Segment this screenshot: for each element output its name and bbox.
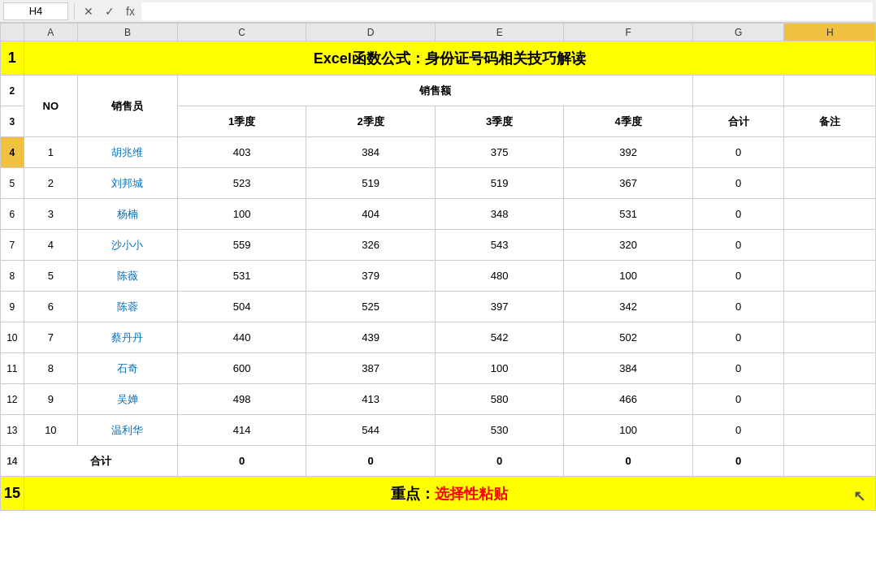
q4-7[interactable]: 502 <box>564 322 693 353</box>
q1-6[interactable]: 504 <box>177 292 306 322</box>
no-10[interactable]: 10 <box>24 415 77 446</box>
col-header-h[interactable]: H <box>784 24 876 41</box>
q3-4[interactable]: 543 <box>435 230 564 261</box>
q4-1[interactable]: 392 <box>564 137 693 168</box>
q2-2[interactable]: 519 <box>306 168 436 199</box>
fx-icon[interactable]: fx <box>123 3 138 19</box>
q3-2[interactable]: 519 <box>435 168 564 199</box>
total-4[interactable]: 0 <box>692 230 784 261</box>
name-8[interactable]: 石奇 <box>78 353 178 384</box>
q1-8[interactable]: 600 <box>177 353 306 384</box>
name-1[interactable]: 胡兆维 <box>78 137 178 168</box>
q4-2[interactable]: 367 <box>564 168 693 199</box>
total-8[interactable]: 0 <box>692 353 784 384</box>
row-num-14[interactable]: 14 <box>1 446 24 477</box>
row-num-4[interactable]: 4 <box>1 137 24 168</box>
notes-2[interactable] <box>784 168 876 199</box>
q4-9[interactable]: 466 <box>564 384 693 415</box>
cell-reference[interactable]: H4 <box>3 2 68 20</box>
name-5[interactable]: 陈薇 <box>78 261 178 292</box>
total-6[interactable]: 0 <box>692 292 784 322</box>
formula-input[interactable] <box>141 2 873 20</box>
notes-4[interactable] <box>784 230 876 261</box>
row-num-15[interactable]: 15 <box>1 477 24 511</box>
q3-3[interactable]: 348 <box>435 199 564 230</box>
q1-2[interactable]: 523 <box>177 168 306 199</box>
total-10[interactable]: 0 <box>692 415 784 446</box>
notes-10[interactable] <box>784 415 876 446</box>
notes-9[interactable] <box>784 384 876 415</box>
notes-5[interactable] <box>784 261 876 292</box>
total-2[interactable]: 0 <box>692 168 784 199</box>
notes-3[interactable] <box>784 199 876 230</box>
q1-5[interactable]: 531 <box>177 261 306 292</box>
no-5[interactable]: 5 <box>24 261 77 292</box>
q1-9[interactable]: 498 <box>177 384 306 415</box>
no-6[interactable]: 6 <box>24 292 77 322</box>
q2-5[interactable]: 379 <box>306 261 436 292</box>
row-num-9[interactable]: 9 <box>1 292 24 322</box>
notes-1[interactable] <box>784 137 876 168</box>
q4-3[interactable]: 531 <box>564 199 693 230</box>
q4-4[interactable]: 320 <box>564 230 693 261</box>
col-header-c[interactable]: C <box>177 24 306 41</box>
row-num-7[interactable]: 7 <box>1 230 24 261</box>
q3-5[interactable]: 480 <box>435 261 564 292</box>
notes-7[interactable] <box>784 322 876 353</box>
q1-7[interactable]: 440 <box>177 322 306 353</box>
col-header-f[interactable]: F <box>564 24 693 41</box>
row-num-6[interactable]: 6 <box>1 199 24 230</box>
q2-6[interactable]: 525 <box>306 292 436 322</box>
no-7[interactable]: 7 <box>24 322 77 353</box>
q1-3[interactable]: 100 <box>177 199 306 230</box>
row-num-2[interactable]: 2 <box>1 76 24 106</box>
q3-1[interactable]: 375 <box>435 137 564 168</box>
q1-1[interactable]: 403 <box>177 137 306 168</box>
row-num-8[interactable]: 8 <box>1 261 24 292</box>
row-num-10[interactable]: 10 <box>1 322 24 353</box>
q1-10[interactable]: 414 <box>177 415 306 446</box>
no-2[interactable]: 2 <box>24 168 77 199</box>
no-1[interactable]: 1 <box>24 137 77 168</box>
row-num-11[interactable]: 11 <box>1 353 24 384</box>
name-10[interactable]: 温利华 <box>78 415 178 446</box>
q3-9[interactable]: 580 <box>435 384 564 415</box>
notes-8[interactable] <box>784 353 876 384</box>
col-header-b[interactable]: B <box>78 24 178 41</box>
total-5[interactable]: 0 <box>692 261 784 292</box>
row-num-13[interactable]: 13 <box>1 415 24 446</box>
confirm-icon[interactable]: ✓ <box>102 3 118 19</box>
no-4[interactable]: 4 <box>24 230 77 261</box>
total-9[interactable]: 0 <box>692 384 784 415</box>
name-3[interactable]: 杨楠 <box>78 199 178 230</box>
total-7[interactable]: 0 <box>692 322 784 353</box>
name-9[interactable]: 吴婵 <box>78 384 178 415</box>
col-header-e[interactable]: E <box>435 24 564 41</box>
row-num-1[interactable]: 1 <box>1 41 24 76</box>
name-6[interactable]: 陈蓉 <box>78 292 178 322</box>
row-num-5[interactable]: 5 <box>1 168 24 199</box>
q4-5[interactable]: 100 <box>564 261 693 292</box>
name-4[interactable]: 沙小小 <box>78 230 178 261</box>
row-num-3[interactable]: 3 <box>1 106 24 137</box>
row-num-12[interactable]: 12 <box>1 384 24 415</box>
q2-4[interactable]: 326 <box>306 230 436 261</box>
q4-8[interactable]: 384 <box>564 353 693 384</box>
total-3[interactable]: 0 <box>692 199 784 230</box>
q2-3[interactable]: 404 <box>306 199 436 230</box>
no-8[interactable]: 8 <box>24 353 77 384</box>
notes-6[interactable] <box>784 292 876 322</box>
q3-8[interactable]: 100 <box>435 353 564 384</box>
q4-10[interactable]: 100 <box>564 415 693 446</box>
name-7[interactable]: 蔡丹丹 <box>78 322 178 353</box>
col-header-d[interactable]: D <box>306 24 436 41</box>
no-9[interactable]: 9 <box>24 384 77 415</box>
q2-1[interactable]: 384 <box>306 137 436 168</box>
q4-6[interactable]: 342 <box>564 292 693 322</box>
total-1[interactable]: 0 <box>692 137 784 168</box>
q1-4[interactable]: 559 <box>177 230 306 261</box>
q2-9[interactable]: 413 <box>306 384 436 415</box>
q3-6[interactable]: 397 <box>435 292 564 322</box>
q3-7[interactable]: 542 <box>435 322 564 353</box>
col-header-g[interactable]: G <box>692 24 784 41</box>
